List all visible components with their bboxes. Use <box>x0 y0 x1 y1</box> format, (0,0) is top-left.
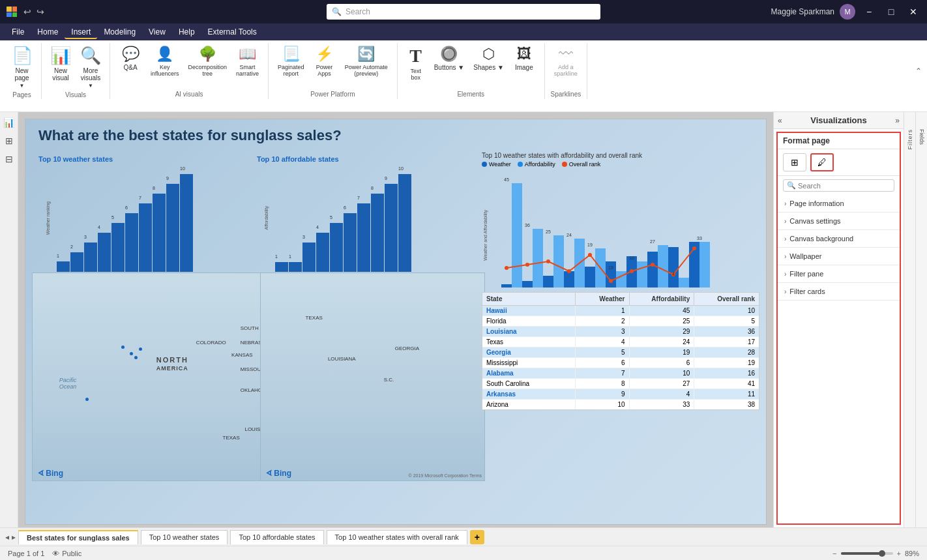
menu-modeling[interactable]: Modeling <box>97 25 142 39</box>
image-button[interactable]: 🖼 Image <box>509 43 539 74</box>
map2-state-ga: GEORGIA <box>395 346 419 351</box>
canvas-bg-arrow: › <box>784 235 786 243</box>
window-undo-btn[interactable]: ↩ <box>23 7 31 17</box>
visuals-group-label: Visuals <box>65 91 86 100</box>
user-avatar: M <box>840 4 855 20</box>
menu-insert[interactable]: Insert <box>65 25 97 39</box>
tab-affordable-states[interactable]: Top 10 affordable states <box>230 530 323 544</box>
bar-florida: 2Florida <box>70 252 83 272</box>
menu-view[interactable]: View <box>142 25 172 39</box>
accordion-canvas-settings-header[interactable]: › Canvas settings <box>778 213 900 229</box>
tab-best-states[interactable]: Best states for sunglass sales <box>18 530 138 544</box>
svg-rect-1 <box>12 7 17 12</box>
key-influencers-button[interactable]: 👤 Keyinfluencers <box>147 43 183 80</box>
accordion-filter-pane: › Filter pane <box>778 265 900 283</box>
smart-narrative-button[interactable]: 📖 Smartnarrative <box>232 43 263 80</box>
right-chart-container: Top 10 weather states with affordability… <box>482 152 759 302</box>
zoom-minus[interactable]: − <box>832 550 836 557</box>
fields-label[interactable]: Fields <box>919 129 925 145</box>
new-page-button[interactable]: 📄 Newpage ▼ <box>8 43 36 91</box>
ribbon-expand[interactable]: ⌃ <box>915 43 924 99</box>
accordion-filter-cards-header[interactable]: › Filter cards <box>778 283 900 300</box>
page-nav-icon-1[interactable]: 📊 <box>1 115 17 130</box>
accordion-wallpaper-header[interactable]: › Wallpaper <box>778 248 900 265</box>
svg-text:36: 36 <box>525 223 530 228</box>
accordion-filter-pane-header[interactable]: › Filter pane <box>778 265 900 282</box>
viz-panel-title: Visualizations <box>810 115 866 125</box>
new-page-arrow: ▼ <box>20 83 25 89</box>
menu-file[interactable]: File <box>5 25 31 39</box>
svg-text:10: 10 <box>629 256 634 260</box>
fields-panel: Fields <box>915 112 927 527</box>
format-paint-icon[interactable]: 🖊 <box>810 153 834 171</box>
bar-south-carolina: 8South Carolina <box>153 194 166 272</box>
shapes-button[interactable]: ⬡ Shapes ▼ <box>469 43 508 74</box>
power-apps-button[interactable]: ⚡ PowerApps <box>310 43 340 80</box>
title-search-box[interactable]: 🔍 Search <box>327 4 600 20</box>
tab-weather-states[interactable]: Top 10 weather states <box>141 530 228 544</box>
tab-overall-rank[interactable]: Top 10 weather states with overall rank <box>327 530 467 544</box>
page-nav-icon-3[interactable]: ⊟ <box>3 151 16 167</box>
power-automate-label: Power Automate(preview) <box>345 64 388 77</box>
svg-point-27 <box>546 259 550 263</box>
maximize-button[interactable]: □ <box>883 5 900 18</box>
menu-home[interactable]: Home <box>31 25 65 39</box>
power-automate-button[interactable]: 🔄 Power Automate(preview) <box>341 43 392 80</box>
svg-rect-8 <box>564 271 574 287</box>
window-redo-btn[interactable]: ↪ <box>37 7 44 17</box>
decomposition-tree-button[interactable]: 🌳 Decompositiontree <box>184 43 231 80</box>
text-box-button[interactable]: T Textbox <box>403 43 429 83</box>
close-button[interactable]: ✕ <box>905 5 922 18</box>
zoom-plus[interactable]: + <box>897 550 901 557</box>
map2-state-la: LOUISIANA <box>328 356 356 362</box>
menu-external-tools[interactable]: External Tools <box>201 25 263 39</box>
ai-group-label: AI visuals <box>175 91 203 99</box>
add-sparkline-button[interactable]: 〰 Add asparkline <box>550 43 581 80</box>
svg-text:33: 33 <box>697 236 702 241</box>
app-icon <box>5 5 18 18</box>
canvas-settings-arrow: › <box>784 218 786 225</box>
pages-group-items: 📄 Newpage ▼ <box>8 43 36 91</box>
map-north-america-label: NORTHAMERICA <box>156 356 188 372</box>
more-visuals-button[interactable]: 🔍 Morevisuals ▼ <box>77 43 104 91</box>
col-affordability: Affordability <box>630 293 695 305</box>
viz-panel: « Visualizations » Format page ⊞ 🖊 🔍 <box>773 112 904 527</box>
viz-collapse-left[interactable]: « <box>778 116 782 125</box>
filters-label[interactable]: Filters <box>907 129 913 150</box>
add-tab-button[interactable]: + <box>470 530 484 544</box>
qa-button[interactable]: 💬 Q&A <box>115 43 145 74</box>
new-visual-button[interactable]: 📊 Newvisual <box>47 43 74 84</box>
table-row-arkansas: Arkansas 9 4 11 <box>482 389 759 400</box>
title-bar-left: ↩ ↪ <box>5 5 44 18</box>
map-dot-1 <box>121 346 125 349</box>
search-input[interactable] <box>798 182 890 190</box>
buttons-button[interactable]: 🔘 Buttons ▼ <box>430 43 469 74</box>
tab-nav-left[interactable]: ◂ <box>5 533 9 542</box>
format-grid-icon[interactable]: ⊞ <box>783 153 806 171</box>
power-automate-icon: 🔄 <box>357 46 375 63</box>
ai-group-items: 💬 Q&A 👤 Keyinfluencers 🌳 Decompositiontr… <box>115 43 263 91</box>
menu-help[interactable]: Help <box>172 25 201 39</box>
minimize-button[interactable]: − <box>861 5 877 18</box>
map-dot-2 <box>130 352 133 355</box>
viz-expand-right[interactable]: » <box>895 116 900 125</box>
viz-panel-content: Format page ⊞ 🖊 🔍 › Page information <box>776 132 901 525</box>
new-visual-label: Newvisual <box>52 67 69 81</box>
search-placeholder: Search <box>346 7 370 16</box>
accordion-canvas-bg-header[interactable]: › Canvas background <box>778 230 900 247</box>
zoom-slider[interactable] <box>841 552 893 555</box>
tab-nav-right[interactable]: ▸ <box>12 533 16 542</box>
accordion-page-info-header[interactable]: › Page information <box>778 195 900 212</box>
svg-text:24: 24 <box>566 233 572 237</box>
svg-point-31 <box>630 269 634 273</box>
page-indicator: Page 1 of 1 <box>8 550 44 557</box>
paginated-report-button[interactable]: 📃 Paginatedreport <box>274 43 308 80</box>
bar-hawaii: 1Hawaii <box>57 261 70 272</box>
page-nav-icon-2[interactable]: ⊞ <box>3 133 16 149</box>
qa-icon: 💬 <box>122 46 140 63</box>
map-dot-3 <box>139 347 142 351</box>
zoom-thumb <box>879 550 885 557</box>
page-of-pages: Page 1 of 1 <box>8 550 44 557</box>
new-visual-icon: 📊 <box>50 46 71 66</box>
filter-pane-arrow: › <box>784 271 786 278</box>
